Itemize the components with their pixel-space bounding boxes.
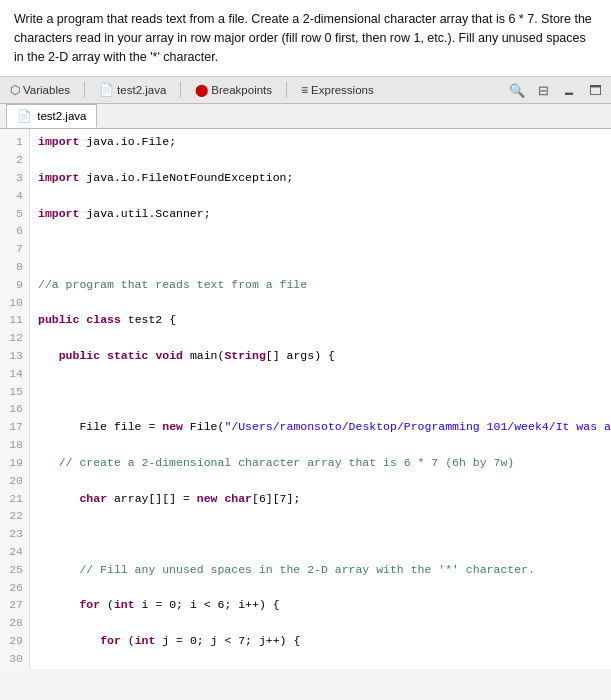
variables-tab[interactable]: ⬡ Variables: [6, 81, 74, 99]
file-tab[interactable]: 📄 test2.java: [95, 81, 170, 99]
instructions-panel: Write a program that reads text from a f…: [0, 0, 611, 77]
breakpoints-tab[interactable]: ⬤ Breakpoints: [191, 81, 276, 99]
tab-file-icon: 📄: [17, 110, 31, 122]
tab-test2java[interactable]: 📄 test2.java: [6, 104, 97, 128]
code-content[interactable]: import java.io.File; import java.io.File…: [30, 129, 611, 669]
minimize-icon[interactable]: 🗕: [559, 80, 579, 100]
file-icon: 📄: [99, 83, 114, 97]
breakpoints-label: Breakpoints: [211, 84, 272, 96]
toolbar: ⬡ Variables 📄 test2.java ⬤ Breakpoints ≡…: [0, 77, 611, 104]
search-icon[interactable]: 🔍: [507, 80, 527, 100]
toolbar-separator-3: [286, 82, 287, 98]
breakpoints-icon: ⬤: [195, 83, 208, 97]
maximize-icon[interactable]: 🗖: [585, 80, 605, 100]
toolbar-separator-1: [84, 82, 85, 98]
editor: 1 2 3 4 5 6 7 8 9 10 11 12 13 14 15 16 1…: [0, 129, 611, 669]
tab-bar: 📄 test2.java: [0, 104, 611, 129]
layout-icon[interactable]: ⊟: [533, 80, 553, 100]
variables-label: Variables: [23, 84, 70, 96]
toolbar-separator-2: [180, 82, 181, 98]
expressions-label: Expressions: [311, 84, 374, 96]
toolbar-actions: 🔍 ⊟ 🗕 🗖: [507, 80, 605, 100]
expressions-icon: ≡: [301, 83, 308, 97]
variables-icon: ⬡: [10, 83, 20, 97]
expressions-tab[interactable]: ≡ Expressions: [297, 81, 378, 99]
instructions-text: Write a program that reads text from a f…: [14, 12, 592, 64]
tab-label: test2.java: [37, 110, 86, 122]
file-label: test2.java: [117, 84, 166, 96]
line-numbers: 1 2 3 4 5 6 7 8 9 10 11 12 13 14 15 16 1…: [0, 129, 30, 669]
